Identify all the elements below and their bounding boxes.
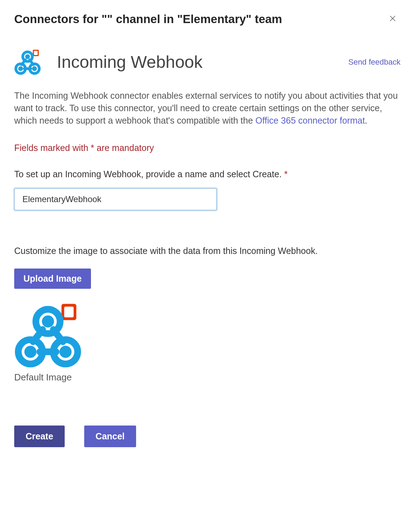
name-field-label: To set up an Incoming Webhook, provide a…: [14, 169, 400, 179]
description-text-after: .: [365, 115, 367, 125]
svg-point-10: [25, 54, 30, 59]
required-asterisk: *: [284, 169, 288, 179]
mandatory-fields-note: Fields marked with * are mandatory: [14, 143, 400, 153]
connector-name: Incoming Webhook: [57, 52, 203, 72]
connector-header-left: Incoming Webhook: [14, 49, 203, 75]
name-field-label-text: To set up an Incoming Webhook, provide a…: [14, 169, 284, 179]
webhook-name-input[interactable]: [14, 188, 217, 210]
svg-line-8: [30, 60, 34, 65]
svg-rect-14: [64, 307, 74, 317]
connector-description: The Incoming Webhook connector enables e…: [14, 90, 400, 127]
close-icon: [388, 14, 397, 23]
svg-point-23: [59, 346, 71, 358]
connector-format-link[interactable]: Office 365 connector format: [255, 115, 365, 125]
customize-image-text: Customize the image to associate with th…: [14, 246, 400, 256]
modal-title: Connectors for "" channel in "Elementary…: [14, 12, 282, 26]
svg-line-19: [53, 330, 63, 342]
svg-line-18: [33, 330, 43, 342]
connector-modal: Connectors for "" channel in "Elementary…: [0, 0, 420, 465]
action-buttons: Create Cancel: [14, 426, 400, 447]
upload-image-button[interactable]: Upload Image: [14, 269, 91, 289]
default-image-label: Default Image: [14, 372, 400, 383]
create-button[interactable]: Create: [14, 426, 65, 447]
cancel-button[interactable]: Cancel: [84, 426, 136, 447]
default-image-section: Default Image: [14, 301, 400, 383]
svg-line-7: [22, 60, 26, 65]
send-feedback-link[interactable]: Send feedback: [348, 58, 400, 67]
svg-point-11: [18, 66, 23, 71]
modal-header: Connectors for "" channel in "Elementary…: [14, 11, 400, 27]
svg-point-21: [42, 315, 54, 327]
svg-point-12: [32, 66, 37, 71]
close-button[interactable]: [385, 11, 400, 27]
webhook-default-image-icon: [14, 301, 82, 369]
connector-header: Incoming Webhook Send feedback: [14, 49, 400, 75]
svg-rect-3: [34, 51, 38, 55]
svg-point-22: [25, 346, 37, 358]
webhook-icon: [14, 49, 41, 75]
